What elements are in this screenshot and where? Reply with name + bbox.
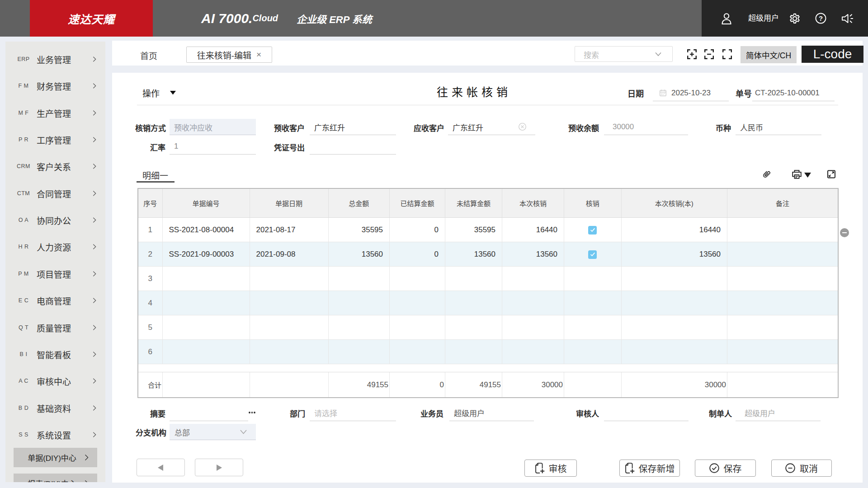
svg-text:?: ? — [819, 14, 823, 22]
